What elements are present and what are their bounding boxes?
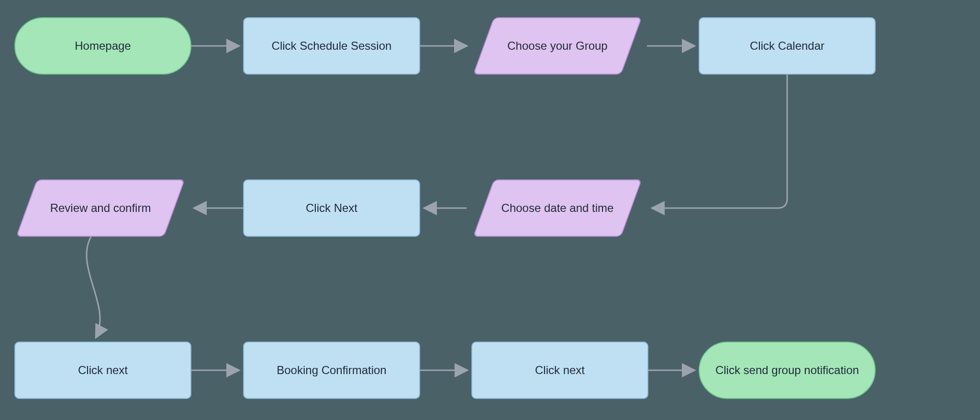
node-click-next-3: Click next [471, 342, 648, 399]
node-label: Review and confirm [50, 200, 151, 216]
node-choose-date-and-time: Choose date and time [483, 179, 632, 237]
node-choose-your-group: Choose your Group [483, 17, 632, 75]
node-label: Homepage [75, 38, 131, 54]
node-label: Click Schedule Session [272, 38, 392, 54]
node-label: Choose date and time [501, 200, 614, 216]
node-click-calendar: Click Calendar [699, 17, 876, 75]
node-label: Click next [535, 363, 585, 378]
node-click-next-2: Click next [14, 342, 191, 399]
node-booking-confirmation: Booking Confirmation [243, 342, 420, 399]
node-review-and-confirm: Review and confirm [26, 179, 175, 237]
node-click-schedule-session: Click Schedule Session [243, 17, 420, 75]
edge-n7-n8 [87, 237, 100, 338]
node-label: Click Calendar [750, 38, 824, 54]
node-click-send-group-notification: Click send group notification [699, 342, 876, 399]
node-homepage: Homepage [14, 17, 191, 75]
node-click-next-1: Click Next [243, 179, 420, 237]
node-label: Choose your Group [507, 38, 607, 54]
node-label: Click next [78, 363, 128, 378]
node-label: Booking Confirmation [277, 363, 386, 378]
node-label: Click send group notification [715, 363, 859, 378]
edge-n4-n5 [652, 75, 787, 208]
node-label: Click Next [306, 200, 357, 216]
